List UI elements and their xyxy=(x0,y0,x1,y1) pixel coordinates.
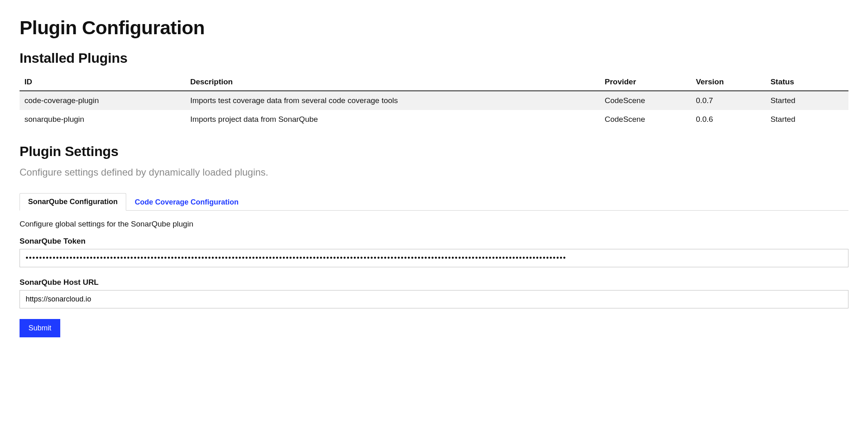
installed-plugins-section: Installed Plugins ID Description Provide… xyxy=(20,50,848,129)
col-header-version: Version xyxy=(691,73,765,91)
input-sonarqube-host-url[interactable] xyxy=(20,290,848,308)
cell-provider: CodeScene xyxy=(600,110,691,129)
tab-panel-description: Configure global settings for the SonarQ… xyxy=(20,220,848,229)
col-header-id: ID xyxy=(20,73,185,91)
tab-code-coverage-configuration[interactable]: Code Coverage Configuration xyxy=(126,194,247,211)
page-title: Plugin Configuration xyxy=(20,16,848,39)
cell-provider: CodeScene xyxy=(600,91,691,110)
cell-version: 0.0.7 xyxy=(691,91,765,110)
cell-version: 0.0.6 xyxy=(691,110,765,129)
cell-description: Imports test coverage data from several … xyxy=(185,91,600,110)
form-group-sonarqube-host-url: SonarQube Host URL xyxy=(20,278,848,308)
cell-status: Started xyxy=(765,110,848,129)
installed-plugins-table: ID Description Provider Version Status c… xyxy=(20,73,848,129)
form-group-sonarqube-token: SonarQube Token xyxy=(20,237,848,267)
label-sonarqube-host-url: SonarQube Host URL xyxy=(20,278,848,287)
tab-sonarqube-configuration[interactable]: SonarQube Configuration xyxy=(20,193,126,211)
cell-id: code-coverage-plugin xyxy=(20,91,185,110)
input-sonarqube-token[interactable] xyxy=(20,249,848,267)
plugin-settings-description: Configure settings defined by dynamicall… xyxy=(20,167,848,178)
col-header-description: Description xyxy=(185,73,600,91)
col-header-status: Status xyxy=(765,73,848,91)
cell-status: Started xyxy=(765,91,848,110)
table-row: sonarqube-plugin Imports project data fr… xyxy=(20,110,848,129)
cell-id: sonarqube-plugin xyxy=(20,110,185,129)
plugin-settings-heading: Plugin Settings xyxy=(20,143,848,159)
installed-plugins-heading: Installed Plugins xyxy=(20,50,848,66)
cell-description: Imports project data from SonarQube xyxy=(185,110,600,129)
col-header-provider: Provider xyxy=(600,73,691,91)
settings-tabs: SonarQube Configuration Code Coverage Co… xyxy=(20,193,848,211)
label-sonarqube-token: SonarQube Token xyxy=(20,237,848,246)
plugin-settings-section: Plugin Settings Configure settings defin… xyxy=(20,143,848,337)
table-row: code-coverage-plugin Imports test covera… xyxy=(20,91,848,110)
submit-button[interactable]: Submit xyxy=(20,319,60,337)
